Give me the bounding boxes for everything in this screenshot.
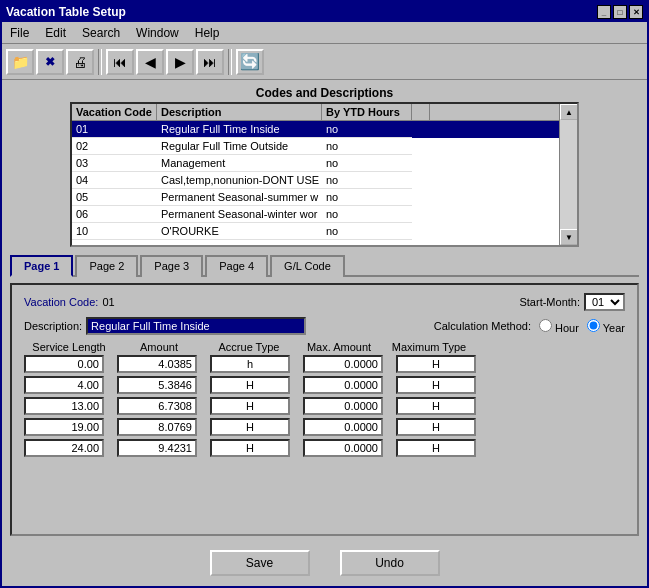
table-row[interactable]: 02Regular Full Time Outsideno <box>72 138 577 155</box>
amount-input-2[interactable] <box>117 397 197 415</box>
title-bar-buttons: _ □ ✕ <box>597 5 643 19</box>
service-row <box>24 397 625 415</box>
year-radio-label: Year <box>587 319 625 334</box>
vertical-scrollbar[interactable]: ▲ ▼ <box>559 104 577 245</box>
description-input[interactable] <box>86 317 306 335</box>
close-button[interactable]: ✕ <box>629 5 643 19</box>
col-ytd: By YTD Hours <box>322 104 412 120</box>
accrue-input-2[interactable] <box>210 397 290 415</box>
year-radio[interactable] <box>587 319 600 332</box>
service-row <box>24 418 625 436</box>
open-button[interactable]: 📁 <box>6 49 34 75</box>
table-row[interactable]: 01Regular Full Time Insideno <box>72 121 577 138</box>
tab-page-4[interactable]: Page 4 <box>205 255 268 277</box>
codes-section: Codes and Descriptions Vacation Code Des… <box>10 86 639 247</box>
max-type-input-1[interactable] <box>396 376 476 394</box>
hdr-amount: Amount <box>114 341 204 353</box>
codes-title: Codes and Descriptions <box>10 86 639 100</box>
amount-input-4[interactable] <box>117 439 197 457</box>
col-scroll <box>412 104 430 120</box>
service-row <box>24 376 625 394</box>
amount-input-1[interactable] <box>117 376 197 394</box>
tab-page-1[interactable]: Page 1 <box>10 255 73 277</box>
tab-page-3[interactable]: Page 3 <box>140 255 203 277</box>
table-body: 01Regular Full Time Insideno02Regular Fu… <box>72 121 577 240</box>
table-header: Vacation Code Description By YTD Hours <box>72 104 577 121</box>
content-area: Codes and Descriptions Vacation Code Des… <box>2 80 647 586</box>
description-label: Description: <box>24 320 82 332</box>
service-length-input-2[interactable] <box>24 397 104 415</box>
undo-button[interactable]: Undo <box>340 550 440 576</box>
menu-window[interactable]: Window <box>128 24 187 41</box>
accrue-input-0[interactable] <box>210 355 290 373</box>
tabs-bar: Page 1Page 2Page 3Page 4G/L Code <box>10 253 639 277</box>
menu-help[interactable]: Help <box>187 24 228 41</box>
save-button[interactable]: Save <box>210 550 310 576</box>
scroll-down-button[interactable]: ▼ <box>560 229 578 245</box>
service-row <box>24 355 625 373</box>
toolbar: 📁 ✖ 🖨 ⏮ ◀ ▶ ⏭ 🔄 <box>2 44 647 80</box>
service-length-input-0[interactable] <box>24 355 104 373</box>
max-amount-input-4[interactable] <box>303 439 383 457</box>
scroll-up-button[interactable]: ▲ <box>560 104 578 120</box>
max-amount-input-2[interactable] <box>303 397 383 415</box>
hdr-accrue-type: Accrue Type <box>204 341 294 353</box>
max-type-input-4[interactable] <box>396 439 476 457</box>
refresh-button[interactable]: 🔄 <box>236 49 264 75</box>
service-headers: Service Length Amount Accrue Type Max. A… <box>24 341 625 355</box>
menu-file[interactable]: File <box>2 24 37 41</box>
scroll-track <box>560 120 577 229</box>
table-row[interactable]: 04Casl,temp,nonunion-DONT USEno <box>72 172 577 189</box>
service-length-input-3[interactable] <box>24 418 104 436</box>
first-button[interactable]: ⏮ <box>106 49 134 75</box>
accrue-input-1[interactable] <box>210 376 290 394</box>
service-length-input-1[interactable] <box>24 376 104 394</box>
desc-row: Description: Calculation Method: Hour Ye… <box>24 317 625 335</box>
max-type-input-0[interactable] <box>396 355 476 373</box>
amount-input-0[interactable] <box>117 355 197 373</box>
delete-button[interactable]: ✖ <box>36 49 64 75</box>
hdr-service-length: Service Length <box>24 341 114 353</box>
hdr-max-type: Maximum Type <box>384 341 474 353</box>
minimize-button[interactable]: _ <box>597 5 611 19</box>
menu-search[interactable]: Search <box>74 24 128 41</box>
table-row[interactable]: 05Permanent Seasonal-summer wno <box>72 189 577 206</box>
max-amount-input-0[interactable] <box>303 355 383 373</box>
table-row[interactable]: 03Managementno <box>72 155 577 172</box>
max-type-input-3[interactable] <box>396 418 476 436</box>
tab-page-2[interactable]: Page 2 <box>75 255 138 277</box>
page-content: Vacation Code: 01 Start-Month: 01 Descri… <box>10 283 639 536</box>
max-amount-input-1[interactable] <box>303 376 383 394</box>
tab-g/l-code[interactable]: G/L Code <box>270 255 345 277</box>
last-button[interactable]: ⏭ <box>196 49 224 75</box>
maximize-button[interactable]: □ <box>613 5 627 19</box>
service-length-input-4[interactable] <box>24 439 104 457</box>
accrue-input-4[interactable] <box>210 439 290 457</box>
print-button[interactable]: 🖨 <box>66 49 94 75</box>
prev-button[interactable]: ◀ <box>136 49 164 75</box>
col-description: Description <box>157 104 322 120</box>
main-window: Vacation Table Setup _ □ ✕ File Edit Sea… <box>0 0 649 588</box>
service-row <box>24 439 625 457</box>
calc-method-group: Hour Year <box>539 319 625 334</box>
menu-bar: File Edit Search Window Help <box>2 22 647 44</box>
bottom-buttons: Save Undo <box>10 542 639 580</box>
calc-method-label: Calculation Method: <box>434 320 531 332</box>
vacation-code-value: 01 <box>102 296 114 308</box>
max-type-input-2[interactable] <box>396 397 476 415</box>
accrue-input-3[interactable] <box>210 418 290 436</box>
next-button[interactable]: ▶ <box>166 49 194 75</box>
max-amount-input-3[interactable] <box>303 418 383 436</box>
menu-edit[interactable]: Edit <box>37 24 74 41</box>
start-month-label: Start-Month: <box>519 296 580 308</box>
table-row[interactable]: 10O'ROURKEno <box>72 223 577 240</box>
hdr-max-amount: Max. Amount <box>294 341 384 353</box>
col-vacation-code: Vacation Code <box>72 104 157 120</box>
vc-row: Vacation Code: 01 Start-Month: 01 <box>24 293 625 311</box>
start-month-select[interactable]: 01 <box>584 293 625 311</box>
amount-input-3[interactable] <box>117 418 197 436</box>
table-row[interactable]: 06Permanent Seasonal-winter worno <box>72 206 577 223</box>
service-rows <box>24 355 625 457</box>
hour-radio[interactable] <box>539 319 552 332</box>
toolbar-separator-2 <box>228 49 232 75</box>
